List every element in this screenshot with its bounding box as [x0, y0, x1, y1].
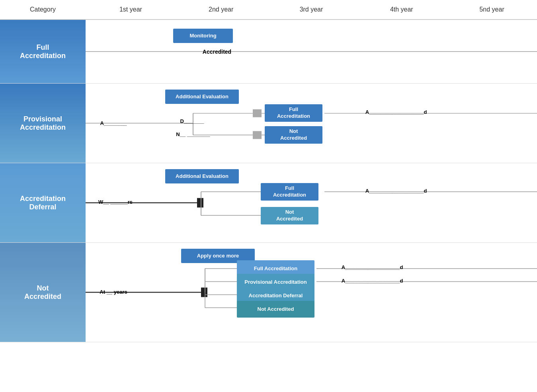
category-deferral: AccreditationDeferral	[0, 163, 86, 242]
box-not-acc-na: Not Accredited	[237, 301, 314, 318]
category-not-accredited: NotAccredited	[0, 243, 86, 342]
acc-line-prov: A___________________d	[344, 107, 448, 117]
applied-prov: A________	[88, 119, 139, 128]
header-year-4: 4th year	[356, 0, 447, 19]
svg-rect-9	[253, 109, 262, 117]
box-additional-eval-def: Additional Evaluation	[165, 169, 239, 183]
acc-line-na-1: A___________________d	[320, 263, 424, 272]
timeline-not-accredited: Apply once more At __ years Full Accredi…	[86, 243, 537, 342]
box-not-acc-def: NotAccredited	[261, 207, 318, 224]
timeline-svg-provisional	[86, 84, 537, 163]
svg-rect-10	[253, 131, 262, 139]
category-provisional: ProvisionalAccreditation	[0, 84, 86, 163]
decision-prov: D_______	[173, 117, 211, 126]
svg-rect-12	[197, 198, 203, 208]
timeline-full: Monitoring Accredited	[86, 20, 537, 83]
header-row: Category 1st year 2nd year 3rd year 4th …	[0, 0, 537, 20]
svg-rect-20	[201, 288, 207, 297]
category-full: FullAccreditation	[0, 20, 86, 83]
timeline-svg-deferral	[86, 163, 537, 242]
box-full-acc-prov: FullAccreditation	[265, 104, 322, 122]
not-complied-prov: N__ ________	[169, 130, 217, 139]
with-cond-def: W__ ______rs	[88, 197, 143, 207]
row-deferral: AccreditationDeferral Additi	[0, 163, 537, 243]
box-accredited-full: Accredited	[181, 47, 253, 57]
header-year-3: 3rd year	[266, 0, 357, 19]
header-category: Category	[0, 0, 86, 19]
row-full-accreditation: FullAccreditation Monitoring Accredited	[0, 20, 537, 84]
header-year-2: 2nd year	[176, 0, 266, 19]
header-year-5: 5nd year	[447, 0, 537, 19]
box-full-acc-def: FullAccreditation	[261, 183, 318, 201]
timeline-provisional: Additional Evaluation A________ D_______…	[86, 84, 537, 163]
box-additional-eval-prov: Additional Evaluation	[165, 90, 239, 104]
box-not-acc-prov: NotAccredited	[265, 126, 322, 144]
acc-line-na-2: A___________________d	[320, 276, 424, 286]
timeline-deferral: Additional Evaluation W__ ______rs FullA…	[86, 163, 537, 242]
timeline-svg-full	[86, 20, 537, 83]
row-provisional: ProvisionalAccreditation	[0, 84, 537, 163]
header-year-1: 1st year	[86, 0, 176, 19]
acc-line-def: A___________________d	[344, 186, 448, 196]
box-monitoring: Monitoring	[173, 29, 233, 43]
apply-years-text: At __ years	[88, 287, 139, 297]
chart-container: Category 1st year 2nd year 3rd year 4th …	[0, 0, 537, 342]
row-not-accredited: NotAccredited Apply	[0, 243, 537, 342]
